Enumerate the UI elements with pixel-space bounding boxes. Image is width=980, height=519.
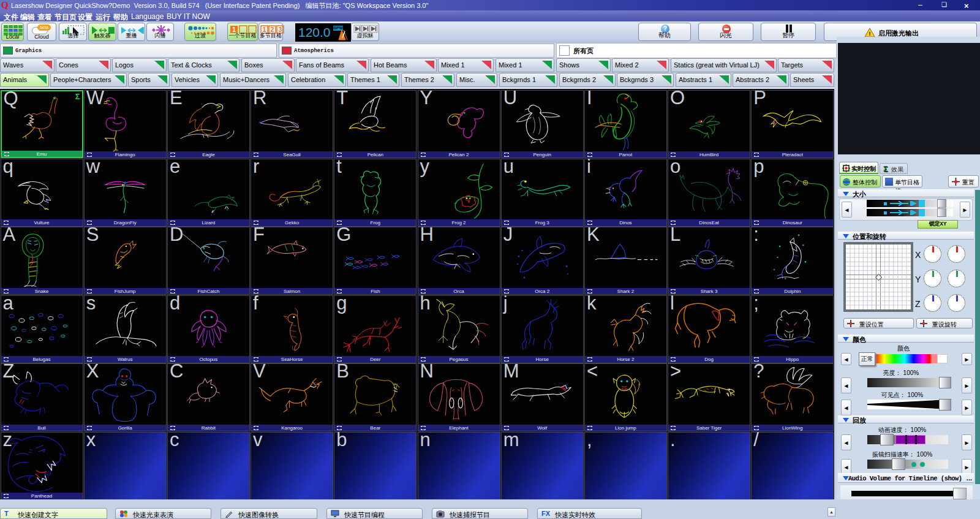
svg-text:!: ! (869, 31, 871, 37)
